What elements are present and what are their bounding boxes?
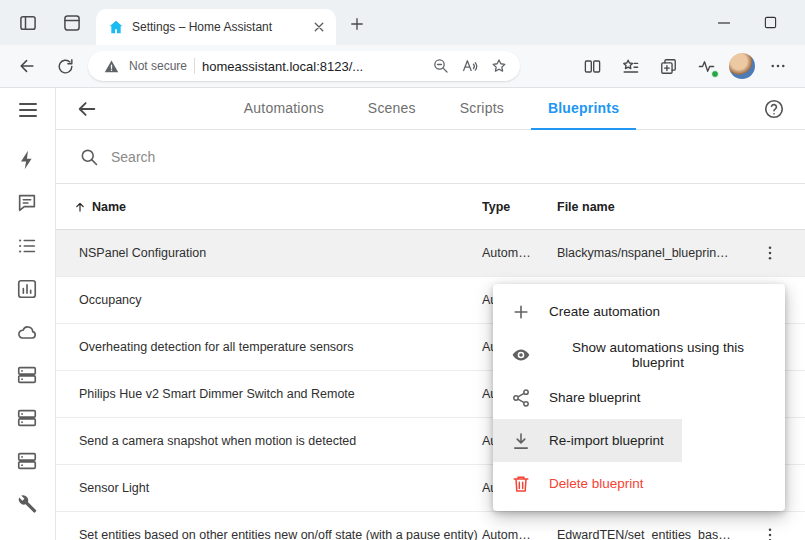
browser-titlebar: Settings – Home Assistant [0,0,805,45]
hub-server-icon-2[interactable] [16,406,40,430]
row-name: Occupancy [56,293,482,307]
trash-icon [511,474,531,494]
menu-item-show-automations[interactable]: Show automations using this blueprint [493,333,785,376]
new-tab-button[interactable] [348,15,366,33]
menu-item-create-automation[interactable]: Create automation [493,290,678,333]
sidebar-menu-icon[interactable] [16,98,40,122]
browser-tab[interactable]: Settings – Home Assistant [96,9,336,45]
collections-icon[interactable] [653,51,683,81]
search-bar [56,130,805,184]
search-input[interactable] [111,149,805,165]
row-type: Autom… [482,246,557,260]
favorites-icon[interactable] [615,51,645,81]
tab-label: Blueprints [548,100,619,116]
row-overflow-menu-icon[interactable] [757,522,783,540]
menu-item-delete-blueprint[interactable]: Delete blueprint [493,462,662,505]
home-assistant-favicon [108,19,124,35]
menu-item-share-blueprint[interactable]: Share blueprint [493,376,659,419]
workspaces-icon[interactable] [62,13,82,33]
security-label: Not secure [129,59,187,73]
page-header: Automations Scenes Scripts Blueprints [56,88,805,130]
tab-title: Settings – Home Assistant [132,20,302,34]
menu-item-reimport-blueprint[interactable]: Re-import blueprint [493,419,682,462]
tab-label: Scenes [368,100,416,116]
share-icon [511,388,531,408]
column-header-type[interactable]: Type [482,200,557,214]
row-name: NSPanel Configuration [56,246,482,260]
row-name: Overheating detection for all temperatur… [56,340,482,354]
row-file: Blackymas/nspanel_blueprin… [557,246,735,260]
close-button[interactable] [793,0,805,45]
column-header-name[interactable]: Name [92,200,126,214]
logbook-icon[interactable] [16,191,40,215]
favorite-star-icon[interactable] [488,55,510,77]
energy-icon[interactable] [16,148,40,172]
search-icon [79,147,99,167]
browser-toolbar: Not secure homeassistant.local:8123/... [0,45,805,88]
url-text[interactable]: homeassistant.local:8123/... [202,59,423,74]
maximize-button[interactable] [747,0,793,45]
refresh-icon[interactable] [50,51,80,81]
tab-blueprints[interactable]: Blueprints [531,88,636,130]
url-divider [194,58,195,74]
minimize-button[interactable] [701,0,747,45]
not-secure-warning-icon [100,55,122,77]
todo-list-icon[interactable] [16,234,40,258]
zoom-out-icon[interactable] [430,55,452,77]
row-type: Autom… [482,528,557,540]
home-assistant-app: Automations Scenes Scripts Blueprints [0,88,805,540]
browser-window: Settings – Home Assistant [0,0,805,540]
row-name: Send a camera snapshot when motion is de… [56,434,482,448]
hub-server-icon-1[interactable] [16,363,40,387]
window-controls [701,0,805,45]
menu-item-label: Show automations using this blueprint [549,340,767,370]
browser-menu-icon[interactable] [763,51,793,81]
tab-label: Scripts [460,100,504,116]
menu-item-label: Delete blueprint [549,476,644,491]
menu-item-label: Create automation [549,304,660,319]
column-header-file[interactable]: File name [557,200,735,214]
download-icon [511,431,531,451]
tab-close-icon[interactable] [310,18,328,36]
back-icon[interactable] [12,51,42,81]
automation-tabs: Automations Scenes Scripts Blueprints [100,88,763,130]
menu-item-label: Re-import blueprint [549,433,664,448]
menu-item-label: Share blueprint [549,390,641,405]
ha-sidebar [0,88,56,540]
page-back-icon[interactable] [76,97,100,121]
blueprint-context-menu: Create automation Show automations using… [493,284,785,511]
row-file: EdwardTEN/set_entities_bas… [557,528,735,540]
history-chart-icon[interactable] [16,277,40,301]
tab-scripts[interactable]: Scripts [443,88,521,130]
sort-ascending-icon[interactable] [73,200,87,214]
tab-scenes[interactable]: Scenes [351,88,433,130]
help-icon[interactable] [763,98,785,120]
blueprints-page: Automations Scenes Scripts Blueprints [56,88,805,540]
cloud-icon[interactable] [16,320,40,344]
hub-server-icon-3[interactable] [16,449,40,473]
profile-avatar[interactable] [729,53,755,79]
eye-icon [511,345,531,365]
table-header: Name Type File name [56,184,805,230]
table-row[interactable]: NSPanel Configuration Autom… Blackymas/n… [56,230,805,277]
row-name: Philips Hue v2 Smart Dimmer Switch and R… [56,387,482,401]
tab-label: Automations [244,100,324,116]
address-bar[interactable]: Not secure homeassistant.local:8123/... [88,51,520,81]
table-row[interactable]: Set entities based on other entities new… [56,512,805,540]
tab-automations[interactable]: Automations [227,88,341,130]
split-screen-icon[interactable] [577,51,607,81]
tab-actions-icon[interactable] [18,13,38,33]
developer-tools-icon[interactable] [16,492,40,516]
row-name: Sensor Light [56,481,482,495]
essentials-status-dot [711,70,719,78]
plus-icon [511,302,531,322]
row-overflow-menu-icon[interactable] [757,240,783,266]
read-aloud-icon[interactable] [459,55,481,77]
row-name: Set entities based on other entities new… [56,528,482,540]
